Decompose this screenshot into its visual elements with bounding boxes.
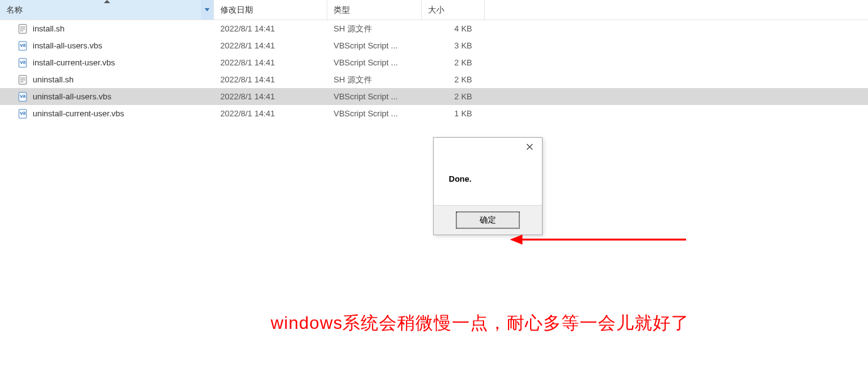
file-name: uninstall-current-user.vbs — [33, 109, 124, 118]
dialog-ok-button[interactable]: 确定 — [456, 212, 519, 228]
column-header-row: 名称 修改日期 类型 大小 — [0, 0, 868, 20]
file-name: uninstall-all-users.vbs — [33, 92, 111, 101]
file-name: uninstall.sh — [33, 75, 74, 84]
file-type: VBScript Script ... — [334, 109, 398, 118]
file-row[interactable]: install.sh2022/8/1 14:41SH 源文件4 KB — [0, 20, 868, 37]
file-date: 2022/8/1 14:41 — [220, 41, 275, 50]
column-header-size[interactable]: 大小 — [422, 0, 485, 19]
file-type: SH 源文件 — [334, 74, 372, 86]
file-name: install-all-users.vbs — [33, 41, 103, 50]
file-type: VBScript Script ... — [334, 41, 398, 50]
chevron-down-icon — [205, 8, 210, 11]
vbs-file-icon — [18, 58, 28, 68]
column-header-name[interactable]: 名称 — [0, 0, 214, 19]
file-type: SH 源文件 — [334, 23, 372, 35]
file-size: 3 KB — [454, 41, 472, 50]
file-date: 2022/8/1 14:41 — [220, 58, 275, 67]
svg-marker-3 — [510, 235, 522, 245]
sh-file-icon — [18, 24, 28, 34]
file-row[interactable]: uninstall.sh2022/8/1 14:41SH 源文件2 KB — [0, 71, 868, 88]
column-name-label: 名称 — [6, 4, 23, 16]
file-size: 4 KB — [454, 24, 472, 33]
dialog-footer: 确定 — [434, 205, 542, 235]
file-row[interactable]: uninstall-current-user.vbs2022/8/1 14:41… — [0, 105, 868, 122]
file-type: VBScript Script ... — [334, 58, 398, 67]
file-date: 2022/8/1 14:41 — [220, 109, 275, 118]
column-date-label: 修改日期 — [220, 4, 253, 16]
column-size-label: 大小 — [428, 4, 444, 16]
file-size: 2 KB — [454, 75, 472, 84]
file-row[interactable]: install-current-user.vbs2022/8/1 14:41VB… — [0, 54, 868, 71]
file-type: VBScript Script ... — [334, 92, 398, 101]
dialog-close-button[interactable] — [517, 138, 542, 155]
file-name: install-current-user.vbs — [33, 58, 115, 67]
file-size: 2 KB — [454, 92, 472, 101]
dialog-titlebar — [434, 138, 542, 159]
file-date: 2022/8/1 14:41 — [220, 92, 275, 101]
dialog-message: Done. — [434, 159, 542, 205]
file-size: 1 KB — [454, 109, 472, 118]
file-date: 2022/8/1 14:41 — [220, 24, 275, 33]
column-header-type[interactable]: 类型 — [327, 0, 422, 19]
sh-file-icon — [18, 75, 28, 85]
annotation-arrow — [510, 233, 686, 246]
file-row[interactable]: install-all-users.vbs2022/8/1 14:41VBScr… — [0, 37, 868, 54]
vbs-file-icon — [18, 92, 28, 102]
file-size: 2 KB — [454, 58, 472, 67]
column-filter-dropdown[interactable] — [201, 0, 213, 19]
file-list: install.sh2022/8/1 14:41SH 源文件4 KBinstal… — [0, 20, 868, 122]
vbs-file-icon — [18, 41, 28, 51]
close-icon — [526, 143, 533, 150]
sort-asc-icon — [104, 0, 110, 3]
column-header-date[interactable]: 修改日期 — [214, 0, 327, 19]
file-row[interactable]: uninstall-all-users.vbs2022/8/1 14:41VBS… — [0, 88, 868, 105]
vbs-file-icon — [18, 109, 28, 119]
column-type-label: 类型 — [334, 4, 350, 16]
message-dialog: Done. 确定 — [433, 137, 543, 235]
file-name: install.sh — [33, 24, 65, 33]
file-date: 2022/8/1 14:41 — [220, 75, 275, 84]
annotation-caption: windows系统会稍微慢一点，耐心多等一会儿就好了 — [271, 311, 689, 335]
